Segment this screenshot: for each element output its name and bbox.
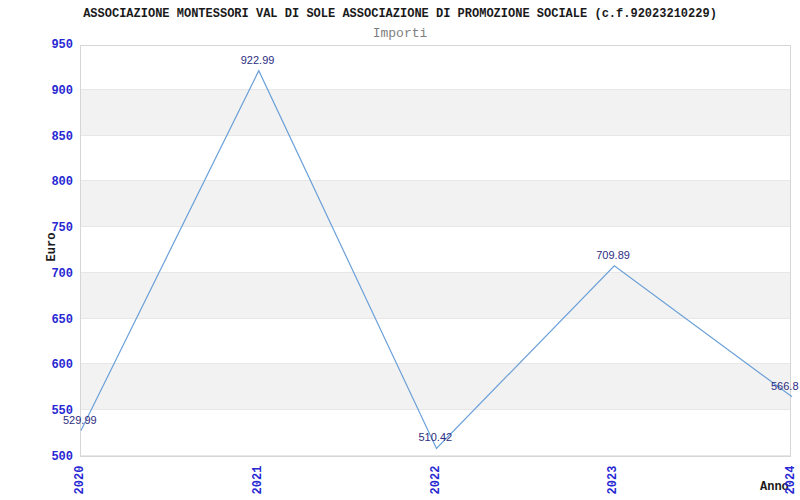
y-tick-label: 750 [0, 221, 73, 235]
y-tick-label: 600 [0, 358, 73, 372]
y-tick-label: 850 [0, 130, 73, 144]
importi-series-line [81, 71, 792, 449]
plot-area [80, 45, 791, 457]
chart-title: ASSOCIAZIONE MONTESSORI VAL DI SOLE ASSO… [0, 7, 800, 21]
y-tick-label: 900 [0, 84, 73, 98]
data-point-label: 922.99 [241, 54, 275, 66]
y-tick-label: 500 [0, 450, 73, 464]
chart-figure: ASSOCIAZIONE MONTESSORI VAL DI SOLE ASSO… [0, 0, 800, 500]
y-tick-label: 950 [0, 38, 73, 52]
y-tick-label: 800 [0, 175, 73, 189]
x-tick-label: 2023 [606, 466, 620, 495]
x-tick-label: 2020 [73, 466, 87, 495]
x-tick-label: 2021 [251, 466, 265, 495]
x-tick-label: 2022 [429, 466, 443, 495]
x-tick-label: 2024 [784, 466, 798, 495]
y-tick-label: 700 [0, 267, 73, 281]
y-tick-label: 650 [0, 313, 73, 327]
line-series-svg [81, 46, 792, 458]
data-point-label: 529.99 [63, 414, 97, 426]
data-point-label: 566.8 [771, 380, 799, 392]
data-point-label: 510.42 [419, 431, 453, 443]
chart-subtitle: Importi [0, 26, 800, 41]
data-point-label: 709.89 [596, 249, 630, 261]
y-axis-label: Euro [45, 233, 59, 262]
